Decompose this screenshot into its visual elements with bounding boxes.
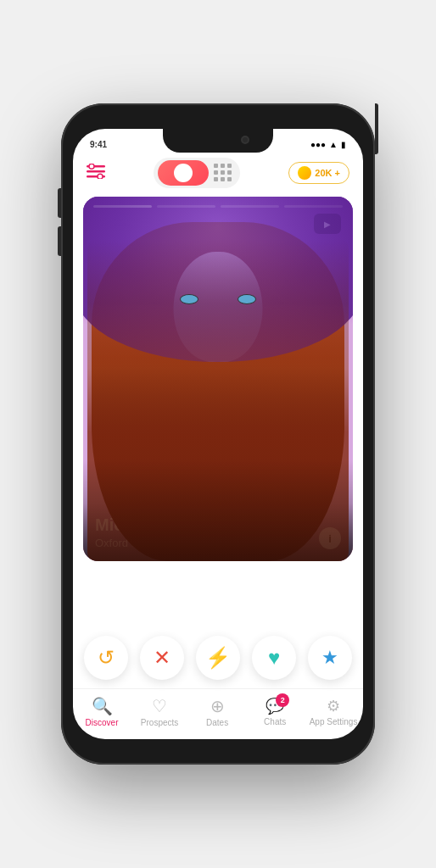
- bottom-nav: 🔍 Discover ♡ Prospects ⊕ Dates 💬 2 Cha: [73, 688, 363, 739]
- svg-rect-1: [87, 170, 105, 173]
- single-view-toggle[interactable]: [158, 160, 209, 186]
- camera: [241, 136, 249, 144]
- notch: [163, 129, 273, 153]
- signal-icon: ●●●: [310, 140, 326, 149]
- battery-icon: ▮: [341, 140, 346, 149]
- eyes: [180, 294, 256, 304]
- top-header: 20K +: [73, 154, 363, 197]
- boost-button[interactable]: ⚡: [196, 636, 240, 680]
- nav-chats[interactable]: 💬 2 Chats: [252, 697, 299, 726]
- action-buttons: ↺ ✕ ⚡ ♥ ★: [73, 620, 363, 688]
- card-area: Michael Weber Oxford University i: [73, 197, 363, 620]
- nav-dates[interactable]: ⊕ Dates: [194, 696, 241, 727]
- filter-button[interactable]: [87, 164, 105, 183]
- phone-screen: 9:41 ●●● ▲ ▮: [73, 129, 363, 739]
- grid-icon: [214, 164, 232, 182]
- gradient-overlay: [83, 459, 353, 561]
- settings-icon: ⚙: [327, 697, 340, 715]
- coins-badge[interactable]: 20K +: [288, 162, 349, 184]
- view-toggle[interactable]: [154, 158, 240, 188]
- phone-outer: 9:41 ●●● ▲ ▮: [0, 0, 436, 868]
- coin-icon: [298, 166, 311, 180]
- phone-frame: 9:41 ●●● ▲ ▮: [61, 103, 375, 765]
- dislike-button[interactable]: ✕: [140, 636, 184, 680]
- svg-point-3: [89, 164, 94, 169]
- profile-photo: [83, 197, 353, 561]
- coins-amount: 20K +: [315, 168, 340, 178]
- undo-button[interactable]: ↺: [84, 636, 128, 680]
- svg-point-4: [98, 174, 103, 179]
- chats-badge: 2: [276, 693, 289, 707]
- time-display: 9:41: [90, 140, 107, 149]
- prospects-label: Prospects: [141, 718, 178, 727]
- nav-discover[interactable]: 🔍 Discover: [79, 696, 126, 727]
- like-button[interactable]: ♥: [252, 636, 296, 680]
- profile-card[interactable]: Michael Weber Oxford University i: [83, 197, 353, 561]
- superlike-button[interactable]: ★: [308, 636, 352, 680]
- settings-label: App Settings: [310, 717, 358, 726]
- toggle-indicator: [174, 164, 193, 182]
- discover-icon: 🔍: [92, 696, 113, 716]
- chats-icon: 💬 2: [266, 697, 284, 715]
- grid-view-toggle[interactable]: [210, 160, 236, 186]
- nav-settings[interactable]: ⚙ App Settings: [310, 697, 358, 726]
- discover-label: Discover: [86, 718, 119, 727]
- dates-label: Dates: [206, 718, 228, 727]
- chats-label: Chats: [264, 717, 286, 726]
- volume-down-button: [58, 226, 61, 256]
- prospects-icon: ♡: [152, 696, 167, 716]
- status-icons: ●●● ▲ ▮: [310, 140, 346, 149]
- volume-up-button: [58, 188, 61, 218]
- nav-prospects[interactable]: ♡ Prospects: [137, 696, 183, 727]
- power-button: [375, 103, 378, 154]
- dates-icon: ⊕: [210, 696, 225, 716]
- wifi-icon: ▲: [329, 140, 338, 149]
